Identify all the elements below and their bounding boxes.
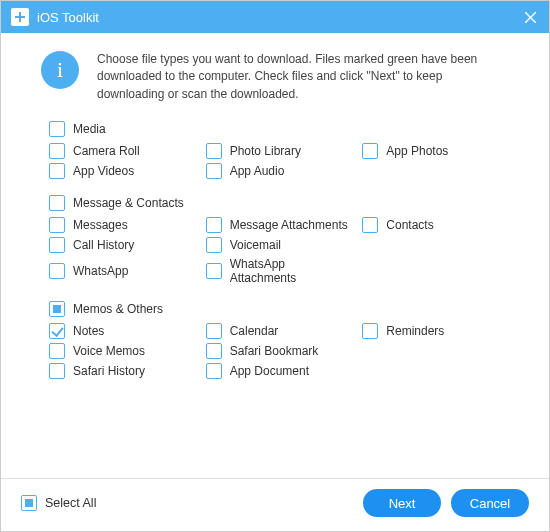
info-icon: i	[41, 51, 79, 89]
checkbox-icon	[49, 343, 65, 359]
item-label: App Videos	[73, 164, 134, 178]
item-calendar[interactable]: Calendar	[206, 323, 353, 339]
select-all-checkbox[interactable]: Select All	[21, 495, 96, 511]
checkbox-icon	[49, 121, 65, 137]
checkbox-icon	[49, 195, 65, 211]
item-label: Calendar	[230, 324, 279, 338]
checkbox-icon	[206, 363, 222, 379]
checkbox-icon	[362, 143, 378, 159]
item-call-history[interactable]: Call History	[49, 237, 196, 253]
item-label: Camera Roll	[73, 144, 140, 158]
item-label: App Photos	[386, 144, 448, 158]
item-label: Safari Bookmark	[230, 344, 319, 358]
item-app-document[interactable]: App Document	[206, 363, 353, 379]
checkbox-icon	[49, 217, 65, 233]
item-label: Message Attachments	[230, 218, 348, 232]
info-text: Choose file types you want to download. …	[97, 51, 509, 103]
item-voicemail[interactable]: Voicemail	[206, 237, 353, 253]
close-button[interactable]	[521, 8, 539, 26]
window-title: iOS Toolkit	[37, 10, 521, 25]
checkbox-icon	[49, 263, 65, 279]
item-label: App Document	[230, 364, 309, 378]
main-window: iOS Toolkit i Choose file types you want…	[0, 0, 550, 532]
item-label: App Audio	[230, 164, 285, 178]
cancel-button[interactable]: Cancel	[451, 489, 529, 517]
checkbox-icon	[49, 363, 65, 379]
group-media: Media Camera Roll Photo Library App Phot…	[49, 121, 509, 179]
info-row: i Choose file types you want to download…	[1, 33, 549, 113]
item-app-videos[interactable]: App Videos	[49, 163, 196, 179]
checkbox-icon	[206, 263, 222, 279]
item-camera-roll[interactable]: Camera Roll	[49, 143, 196, 159]
item-label: Call History	[73, 238, 134, 252]
checkbox-icon	[49, 323, 65, 339]
checkbox-icon	[206, 237, 222, 253]
group-label: Media	[73, 122, 106, 136]
item-notes[interactable]: Notes	[49, 323, 196, 339]
group-message-contacts: Message & Contacts Messages Message Atta…	[49, 195, 509, 285]
checkbox-icon	[21, 495, 37, 511]
group-memos-header[interactable]: Memos & Others	[49, 301, 509, 317]
item-label: Contacts	[386, 218, 433, 232]
item-app-photos[interactable]: App Photos	[362, 143, 509, 159]
item-label: Messages	[73, 218, 128, 232]
item-label: Voicemail	[230, 238, 281, 252]
file-type-list: Media Camera Roll Photo Library App Phot…	[1, 113, 549, 478]
item-safari-bookmark[interactable]: Safari Bookmark	[206, 343, 353, 359]
group-message-header[interactable]: Message & Contacts	[49, 195, 509, 211]
checkbox-icon	[49, 237, 65, 253]
checkbox-icon	[362, 217, 378, 233]
next-button[interactable]: Next	[363, 489, 441, 517]
item-label: WhatsApp Attachments	[230, 257, 353, 285]
item-app-audio[interactable]: App Audio	[206, 163, 353, 179]
item-messages[interactable]: Messages	[49, 217, 196, 233]
item-label: Safari History	[73, 364, 145, 378]
item-safari-history[interactable]: Safari History	[49, 363, 196, 379]
checkbox-icon	[206, 143, 222, 159]
checkbox-icon	[362, 323, 378, 339]
item-contacts[interactable]: Contacts	[362, 217, 509, 233]
item-message-attachments[interactable]: Message Attachments	[206, 217, 353, 233]
footer: Select All Next Cancel	[1, 478, 549, 531]
checkbox-icon	[206, 343, 222, 359]
item-whatsapp[interactable]: WhatsApp	[49, 257, 196, 285]
item-whatsapp-attachments[interactable]: WhatsApp Attachments	[206, 257, 353, 285]
item-label: Voice Memos	[73, 344, 145, 358]
checkbox-icon	[206, 323, 222, 339]
checkbox-icon	[49, 301, 65, 317]
item-voice-memos[interactable]: Voice Memos	[49, 343, 196, 359]
titlebar: iOS Toolkit	[1, 1, 549, 33]
checkbox-icon	[206, 217, 222, 233]
group-media-header[interactable]: Media	[49, 121, 509, 137]
item-photo-library[interactable]: Photo Library	[206, 143, 353, 159]
group-memos-others: Memos & Others Notes Calendar Reminders …	[49, 301, 509, 379]
item-label: Notes	[73, 324, 104, 338]
item-label: WhatsApp	[73, 264, 128, 278]
item-reminders[interactable]: Reminders	[362, 323, 509, 339]
group-label: Memos & Others	[73, 302, 163, 316]
checkbox-icon	[49, 143, 65, 159]
item-label: Photo Library	[230, 144, 301, 158]
checkbox-icon	[49, 163, 65, 179]
checkbox-icon	[206, 163, 222, 179]
item-label: Reminders	[386, 324, 444, 338]
select-all-label: Select All	[45, 496, 96, 510]
group-label: Message & Contacts	[73, 196, 184, 210]
app-icon	[11, 8, 29, 26]
